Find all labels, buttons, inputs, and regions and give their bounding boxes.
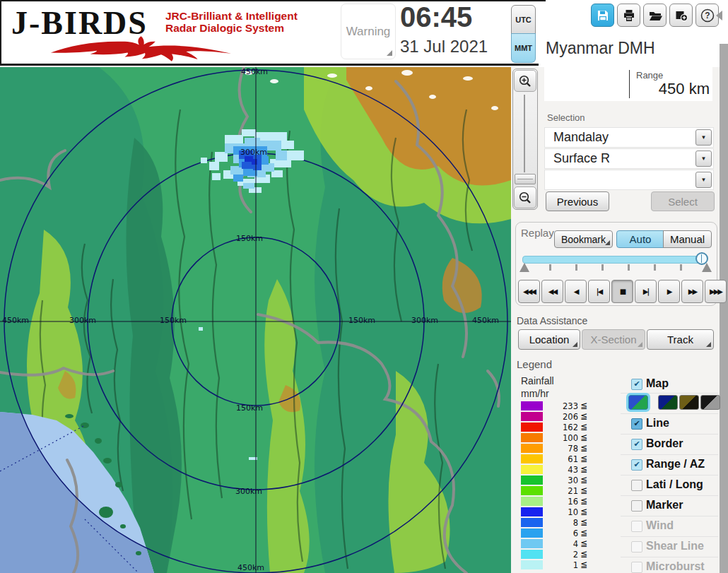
x-section-button[interactable]: X-Section xyxy=(582,329,645,350)
legend-row: 16≦ xyxy=(521,497,599,507)
replay-progress-track[interactable] xyxy=(522,256,706,264)
location-button[interactable]: Location xyxy=(518,329,580,350)
overlay-item-marker[interactable]: Marker xyxy=(621,499,718,516)
legend-row: 1≦ xyxy=(521,560,599,570)
overlay-item-shear-line: Shear Line xyxy=(621,540,718,557)
play-reverse-button[interactable]: ◀ xyxy=(565,280,587,303)
manual-mode-button[interactable]: Manual xyxy=(663,230,712,248)
add-image-icon xyxy=(674,8,688,23)
data-assistance-label: Data Assistance xyxy=(517,315,587,326)
legend-row: 10≦ xyxy=(521,507,599,517)
option-select-field[interactable]: ▼ xyxy=(544,170,714,190)
legend-row: 61≦ xyxy=(521,454,599,464)
transport-controls: ◀◀◀ ◀◀ ◀ |◀ ■ ▶| ▶ ▶▶ ▶▶▶ xyxy=(518,280,727,303)
eagle-icon xyxy=(8,35,274,62)
range-ring-label: 150km xyxy=(236,234,263,243)
fast-rewind-button[interactable]: ◀◀ xyxy=(541,280,563,303)
border-checkbox[interactable]: ✔ xyxy=(631,439,642,450)
lati-long-checkbox[interactable] xyxy=(631,480,642,491)
product-select-value: Surface R xyxy=(553,151,610,166)
warning-label: Warning xyxy=(346,25,391,39)
warning-button[interactable]: Warning xyxy=(341,4,396,59)
map-checkbox[interactable]: ✔ xyxy=(631,379,642,390)
logo-tagline: JRC-Brilliant & Intelligent Radar Dialog… xyxy=(165,10,298,35)
jbirds-logo: J-BIRDS JRC-Brilliant & Intelligent Rada… xyxy=(7,3,281,64)
range-ring-label: 450km xyxy=(237,563,264,572)
map-style-swatch[interactable] xyxy=(700,395,720,410)
open-folder-button[interactable] xyxy=(643,4,667,27)
radar-map-viewport[interactable]: 450km 300km 150km 150km 300km 450km 450k… xyxy=(0,67,511,573)
jbirds-app: 450km 300km 150km 150km 300km 450km 450k… xyxy=(0,0,728,573)
range-ring-label: 300km xyxy=(411,316,438,325)
map-style-swatch[interactable] xyxy=(679,395,699,410)
panel-collapse-arrow-icon[interactable] xyxy=(716,11,722,20)
open-folder-icon xyxy=(648,8,662,23)
fast-forward-3-button[interactable]: ▶▶▶ xyxy=(705,280,727,303)
save-button[interactable] xyxy=(591,4,614,27)
overlay-item-wind: Wind xyxy=(621,519,718,536)
zoom-slider-handle[interactable] xyxy=(515,174,536,184)
step-back-button[interactable]: |◀ xyxy=(588,280,610,303)
range-ring-label: 450km xyxy=(472,316,499,325)
range-ring-label: 300km xyxy=(69,316,96,325)
zoom-in-button[interactable] xyxy=(514,70,536,92)
fast-forward-button[interactable]: ▶▶ xyxy=(681,280,703,303)
track-button[interactable]: Track xyxy=(647,329,714,350)
wind-checkbox xyxy=(631,521,642,532)
stop-button[interactable]: ■ xyxy=(611,280,633,303)
legend-row: 78≦ xyxy=(521,444,599,454)
play-button[interactable]: ▶ xyxy=(658,280,680,303)
bookmark-button[interactable]: Bookmark xyxy=(554,230,613,248)
line-checkbox[interactable]: ✔ xyxy=(631,418,642,430)
overlay-item-map[interactable]: ✔ Map xyxy=(621,377,718,394)
option-select-dropdown-button[interactable]: ▼ xyxy=(695,172,712,188)
overlay-item-lati-long[interactable]: Lati / Long xyxy=(621,478,718,495)
replay-tick xyxy=(680,264,682,271)
site-select-field[interactable]: Mandalay ▼ xyxy=(544,127,714,148)
legend-swatch xyxy=(521,539,543,548)
legend-swatch xyxy=(521,433,543,442)
overlay-separator xyxy=(621,475,718,475)
overlay-separator xyxy=(621,495,718,496)
overlay-separator xyxy=(621,557,718,557)
replay-end-marker[interactable] xyxy=(702,263,712,272)
legend-row: 6≦ xyxy=(521,528,599,538)
marker-checkbox[interactable] xyxy=(631,500,642,512)
map-style-swatch[interactable] xyxy=(658,395,678,410)
step-forward-button[interactable]: ▶| xyxy=(635,280,657,303)
legend-row: 233≦ xyxy=(521,401,599,411)
print-button[interactable] xyxy=(617,4,640,27)
product-select-dropdown-button[interactable]: ▼ xyxy=(695,150,712,167)
auto-mode-button[interactable]: Auto xyxy=(616,230,664,248)
microburst-checkbox xyxy=(631,562,642,573)
legend-label: Legend xyxy=(517,358,552,370)
shear-line-checkbox xyxy=(631,541,642,553)
utc-button[interactable]: UTC xyxy=(511,5,536,35)
printer-icon xyxy=(622,8,636,23)
replay-tick xyxy=(628,264,630,271)
previous-button[interactable]: Previous xyxy=(546,191,609,211)
add-image-button[interactable] xyxy=(669,4,693,27)
replay-start-marker[interactable] xyxy=(519,263,529,272)
fast-rewind-3-button[interactable]: ◀◀◀ xyxy=(518,280,540,303)
range-ring-label: 150km xyxy=(160,316,187,325)
site-select-dropdown-button[interactable]: ▼ xyxy=(695,129,712,146)
overlay-item-border[interactable]: ✔ Border xyxy=(621,437,718,454)
replay-tick xyxy=(654,264,656,271)
legend-swatch xyxy=(521,444,543,453)
range-ring-label: 150km xyxy=(236,403,263,413)
overlay-separator xyxy=(621,393,718,394)
map-style-swatch[interactable] xyxy=(628,395,648,410)
range-az-checkbox[interactable]: ✔ xyxy=(631,459,642,471)
zoom-out-button[interactable] xyxy=(514,187,536,208)
zoom-slider-track[interactable] xyxy=(524,95,525,172)
legend-swatch xyxy=(521,465,543,474)
product-select-field[interactable]: Surface R ▼ xyxy=(544,148,714,169)
select-button[interactable]: Select xyxy=(651,191,715,211)
overlay-item-line[interactable]: ✔ Line xyxy=(621,417,718,434)
legend-row: 43≦ xyxy=(521,465,599,475)
map-zoom-widget xyxy=(512,69,538,210)
panel-scrollbar[interactable] xyxy=(720,44,728,573)
overlay-item-range-az[interactable]: ✔ Range / AZ xyxy=(621,458,718,475)
mmt-button[interactable]: MMT xyxy=(511,33,536,63)
